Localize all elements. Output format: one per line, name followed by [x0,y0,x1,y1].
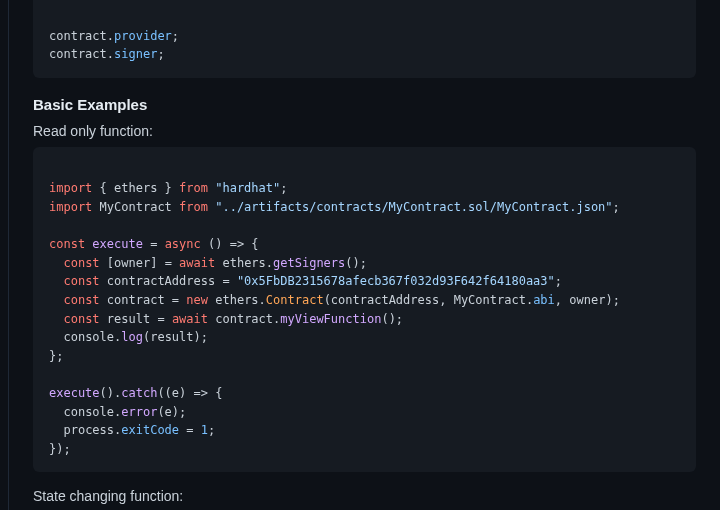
code-text: "hardhat" [215,181,280,195]
code-text: error [121,405,157,419]
code-text: () => { [208,237,259,251]
code-text: ethers [222,256,265,270]
code-text: result [107,312,150,326]
code-text: from [179,181,208,195]
code-text: Contract [266,293,324,307]
code-text: "../artifacts/contracts/MyContract.sol/M… [215,200,612,214]
subheading-state-changing: State changing function: [33,488,696,504]
code-text: console [63,330,114,344]
code-text: import [49,200,92,214]
code-text: new [186,293,208,307]
code-text: abi [533,293,555,307]
code-text: const [63,312,99,326]
code-text: const [49,237,85,251]
code-text: contract [49,47,107,61]
section-heading-basic-examples: Basic Examples [33,96,696,113]
code-text: from [179,200,208,214]
code-text: async [165,237,201,251]
code-text: process [63,423,114,437]
code-text: console [63,405,114,419]
code-block-intro: contract.provider; contract.signer; [33,0,696,78]
code-text: 1 [201,423,208,437]
code-text: contract [107,293,165,307]
code-text: contract [49,29,107,43]
code-text: execute [49,386,100,400]
code-block-readonly: import { ethers } from "hardhat"; import… [33,147,696,473]
code-text: (result); [143,330,208,344]
code-text: provider [114,29,172,43]
code-text: execute [92,237,143,251]
code-text: const [63,256,99,270]
code-text: ((e) => { [157,386,222,400]
code-text: signer [114,47,157,61]
code-text: catch [121,386,157,400]
code-text: await [179,256,215,270]
code-text: "0x5FbDB2315678afecb367f032d93F642f64180… [237,274,555,288]
code-text: exitCode [121,423,179,437]
code-text: const [63,293,99,307]
code-text: import [49,181,92,195]
article-content: contract.provider; contract.signer; Basi… [8,0,720,510]
code-text: const [63,274,99,288]
code-text: contractAddress [107,274,215,288]
code-text: MyContract [100,200,172,214]
code-text: (e); [157,405,186,419]
code-text: contract [215,312,273,326]
code-text: getSigners [273,256,345,270]
code-text: { ethers } [100,181,172,195]
code-text: , owner); [555,293,620,307]
subheading-readonly: Read only function: [33,123,696,139]
code-text: }; [49,349,63,363]
code-text: (contractAddress, MyContract. [324,293,534,307]
code-text: [owner] [107,256,158,270]
code-text: myViewFunction [280,312,381,326]
code-text: await [172,312,208,326]
code-text: ethers [215,293,258,307]
code-text: }); [49,442,71,456]
code-text: log [121,330,143,344]
